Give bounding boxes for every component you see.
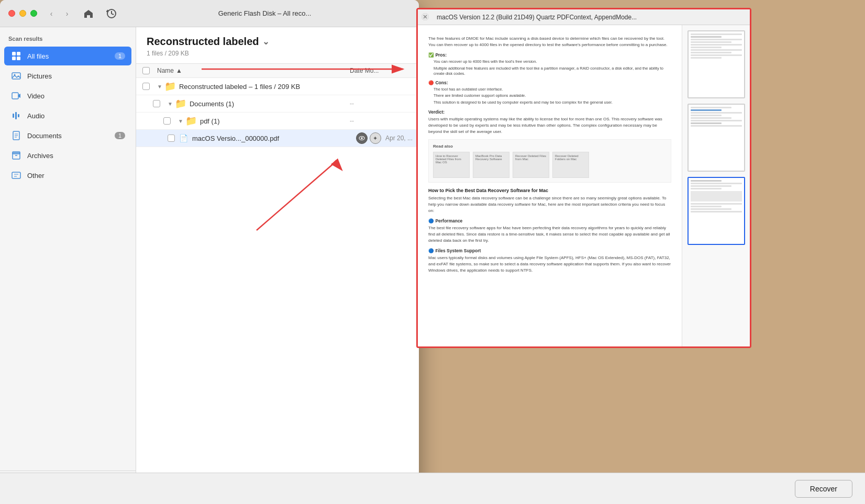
cons-circle-icon: 🔴 [428,80,434,85]
nav-buttons: ‹ › [46,8,73,19]
root-folder-row[interactable]: ▼ 📁 Reconstructed labeled – 1 files / 20… [136,78,419,95]
pdf-filesys-heading: 🔵 Files System Support [428,248,671,253]
traffic-lights [8,10,37,17]
all-files-badge: 1 [115,52,125,60]
svg-rect-9 [13,114,14,118]
date-column-header[interactable]: Date Mo... [350,67,413,74]
documents-icon [10,130,22,141]
pdf-date: -- [350,117,413,125]
preview-button[interactable] [356,132,368,144]
pdf-con-2: There are limited customer support optio… [428,93,671,99]
documents-collapse-arrow[interactable]: ▼ [168,101,173,107]
pdf-file-row[interactable]: 📄 macOS Versio..._000000.pdf ✦ Apr 20, .… [136,130,419,147]
column-headers: Name ▲ Date Mo... [136,64,419,78]
read-also-item-2: MacBook Pro Data Recovery Software [473,152,509,178]
preview-close-button[interactable] [417,9,433,25]
pdf-folder-name: pdf (1) [200,117,350,125]
content-area: Scan results All files 1 [0,27,419,504]
pdf-section2-heading: How to Pick the Best Data Recovery Softw… [428,188,671,193]
pdf-section2-text: Selecting the best Mac data recovery sof… [428,195,671,214]
pdf-checkbox[interactable] [163,117,171,125]
documents-badge: 1 [115,132,125,139]
pdf-con-1: The tool has an outdated user interface. [428,87,671,93]
file-checkbox[interactable] [168,135,175,142]
other-label: Other [27,172,125,180]
sidebar-item-pictures[interactable]: Pictures [4,66,131,85]
empty-area [136,147,419,330]
thumb-image [691,191,742,201]
sidebar-item-archives[interactable]: Archives [4,146,131,165]
svg-rect-5 [12,73,20,79]
preview-title-bar: macOS Version 12.2 (Build 21D49) Quartz … [418,9,750,25]
pictures-label: Pictures [27,72,125,80]
history-button[interactable] [104,6,119,21]
file-browser: Reconstructed labeled ⌄ 1 files / 209 KB… [136,27,419,504]
close-button[interactable] [8,10,15,17]
pros-check-icon: ✅ [428,52,434,58]
documents-folder-name: Documents (1) [190,100,350,108]
svg-rect-19 [12,172,20,178]
root-folder-icon: 📁 [164,81,176,92]
root-checkbox[interactable] [142,83,150,90]
back-button[interactable]: ‹ [46,8,57,19]
thumb-2-content [689,105,744,171]
svg-point-23 [361,137,363,139]
read-also-items: How to Recover Deleted Files from Mac OS… [433,152,667,178]
folder-meta: 1 files / 209 KB [147,50,408,57]
minimize-button[interactable] [19,10,26,17]
read-also-section: Read also How to Recover Deleted Files f… [428,139,671,183]
read-also-item-4: Recover Deleted Folders on Mac [552,152,589,178]
archives-icon [10,150,22,161]
sidebar-item-audio[interactable]: Audio [4,106,131,125]
home-button[interactable] [81,6,96,21]
tag-button[interactable]: ✦ [370,132,381,144]
documents-folder-row[interactable]: ▼ 📁 Documents (1) -- [136,95,419,113]
other-icon [10,170,22,181]
maximize-button[interactable] [30,10,37,17]
documents-checkbox[interactable] [153,100,160,107]
video-label: Video [27,92,125,100]
thumbnail-3[interactable] [687,177,745,245]
pdf-collapse-arrow[interactable]: ▼ [178,118,183,124]
all-files-label: All files [27,52,109,60]
sidebar-item-documents[interactable]: Documents 1 [4,126,131,145]
pdf-file-name: macOS Versio..._000000.pdf [192,135,356,142]
read-also-item-1: How to Recover Deleted Files from Mac OS [433,152,470,178]
thumbnail-1[interactable] [687,30,745,98]
sidebar-item-other[interactable]: Other [4,166,131,185]
sidebar: Scan results All files 1 [0,27,136,504]
bottom-bar: Recover [0,473,865,504]
pdf-cons-heading: 🔴 Cons: [428,80,671,85]
pdf-folder-row[interactable]: ▼ 📁 pdf (1) -- [136,113,419,130]
pdf-file-icon: 📄 [179,134,188,142]
sidebar-item-all-files[interactable]: All files 1 [4,47,131,65]
archives-label: Archives [27,152,125,160]
forward-button[interactable]: › [61,8,73,19]
pdf-verdict-text: Users with multiple operating systems ma… [428,116,671,135]
svg-rect-7 [12,93,18,99]
pdf-performance-text: The best file recovery software apps for… [428,225,671,244]
pdf-pro-1: You can recover up to 4000 files with th… [428,59,671,65]
video-icon [10,90,22,102]
select-all-checkbox[interactable] [142,67,150,74]
recover-button[interactable]: Recover [795,480,852,498]
root-collapse-arrow[interactable]: ▼ [157,84,162,89]
documents-label: Documents [27,132,109,140]
window-title: Generic Flash Disk – All reco... [119,9,411,17]
performance-icon: 🔵 [428,218,434,223]
preview-title-text: macOS Version 12.2 (Build 21D49) Quartz … [437,14,637,21]
grid-icon [10,50,22,62]
svg-rect-3 [12,57,16,60]
name-column-header[interactable]: Name ▲ [157,67,350,74]
thumbnail-2[interactable] [687,104,745,172]
sidebar-item-video[interactable]: Video [4,86,131,105]
pdf-con-3: This solution is designed to be used by … [428,100,671,106]
svg-rect-2 [17,52,20,55]
documents-folder-icon: 📁 [175,98,186,109]
audio-label: Audio [27,112,125,120]
title-bar: ‹ › Generic Flash Disk – All reco... [0,0,419,27]
folder-dropdown-chevron[interactable]: ⌄ [262,37,269,47]
preview-main[interactable]: The free features of DMOE for Mac includ… [418,25,682,346]
thumb-1-content [689,31,744,97]
documents-date: -- [350,100,413,107]
